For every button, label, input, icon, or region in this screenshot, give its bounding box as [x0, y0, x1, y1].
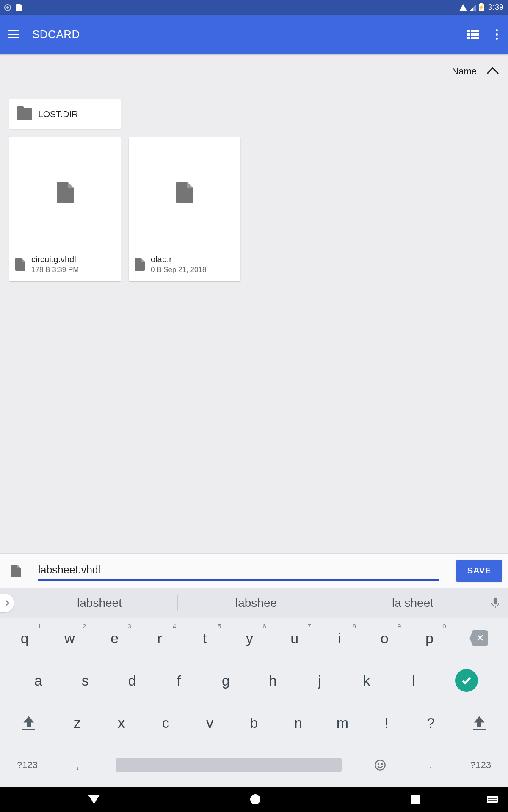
suggestion[interactable]: labshee — [178, 588, 334, 618]
file-item[interactable]: olap.r 0 B Sep 21, 2018 — [129, 137, 240, 281]
enter-key[interactable] — [437, 663, 493, 698]
keyboard-switch-icon[interactable] — [487, 796, 498, 803]
app-notification-icon — [4, 4, 11, 11]
cell-signal-icon — [469, 4, 476, 11]
key-y[interactable]: y6 — [227, 621, 272, 656]
key-p[interactable]: p0 — [407, 621, 452, 656]
file-name: olap.r — [151, 255, 206, 264]
suggestion[interactable]: la sheet — [334, 588, 491, 618]
file-icon — [11, 565, 21, 577]
shift-key[interactable] — [2, 705, 55, 740]
file-icon — [57, 182, 74, 203]
navigation-bar — [0, 787, 508, 812]
key-o[interactable]: o9 — [362, 621, 407, 656]
symbols-key[interactable]: ?123 — [2, 748, 52, 782]
key-t[interactable]: t5 — [182, 621, 227, 656]
key-l[interactable]: l — [390, 663, 437, 698]
key-b[interactable]: b — [232, 705, 276, 740]
shift-key[interactable] — [453, 705, 506, 740]
sdcard-icon — [16, 4, 22, 11]
key-u[interactable]: u7 — [272, 621, 317, 656]
file-name: circuitg.vhdl — [31, 255, 79, 264]
key-q[interactable]: q1 — [2, 621, 47, 656]
folder-icon — [17, 108, 32, 120]
key-n[interactable]: n — [276, 705, 320, 740]
key-v[interactable]: v — [188, 705, 232, 740]
key-z[interactable]: z — [55, 705, 99, 740]
status-bar: ⚡ 3:39 — [0, 0, 508, 15]
key-m[interactable]: m — [320, 705, 364, 740]
file-meta: 0 B Sep 21, 2018 — [151, 266, 206, 274]
key-x[interactable]: x — [99, 705, 144, 740]
battery-charging-icon: ⚡ — [479, 4, 484, 11]
svg-point-0 — [375, 760, 385, 770]
file-grid: LOST.DIR circuitg.vhdl 178 B 3:39 PM — [0, 89, 508, 553]
key-k[interactable]: k — [343, 663, 390, 698]
symbols-key[interactable]: ?123 — [456, 748, 506, 782]
overflow-menu-icon[interactable] — [493, 29, 500, 40]
view-list-icon[interactable] — [467, 30, 479, 39]
recent-button[interactable] — [411, 795, 420, 804]
key-h[interactable]: h — [249, 663, 296, 698]
key-w[interactable]: w2 — [47, 621, 92, 656]
sort-ascending-icon[interactable] — [487, 67, 499, 79]
file-icon — [135, 258, 145, 271]
backspace-key[interactable]: ✕ — [452, 621, 506, 656]
save-button[interactable]: SAVE — [456, 560, 502, 582]
svg-point-2 — [381, 764, 382, 765]
key-j[interactable]: j — [296, 663, 343, 698]
status-clock: 3:39 — [488, 3, 504, 12]
home-button[interactable] — [250, 794, 260, 804]
back-button[interactable] — [88, 795, 100, 804]
sort-bar: Name — [0, 54, 508, 89]
filename-bar: SAVE — [0, 553, 508, 588]
app-bar: SDCARD — [0, 15, 508, 54]
key-i[interactable]: i8 — [317, 621, 362, 656]
comma-key[interactable]: , — [52, 748, 103, 782]
emoji-key[interactable] — [355, 748, 405, 782]
key-f[interactable]: f — [155, 663, 202, 698]
page-title: SDCARD — [32, 28, 80, 41]
filename-input[interactable] — [38, 561, 439, 581]
voice-input-icon[interactable] — [491, 597, 508, 609]
keyboard: q1w2e3r4t5y6u7i8o9p0✕ asdfghjkl zxcvbnm!… — [0, 618, 508, 787]
folder-name: LOST.DIR — [38, 109, 78, 119]
sort-field-button[interactable]: Name — [452, 66, 477, 77]
key-?[interactable]: ? — [409, 705, 453, 740]
wifi-icon — [459, 4, 467, 11]
file-meta: 178 B 3:39 PM — [31, 266, 79, 274]
space-key[interactable] — [103, 748, 355, 782]
key-e[interactable]: e3 — [92, 621, 137, 656]
period-key[interactable]: . — [405, 748, 456, 782]
svg-point-1 — [378, 764, 378, 765]
file-icon — [15, 258, 25, 271]
suggestion[interactable]: labsheet — [21, 588, 178, 618]
key-r[interactable]: r4 — [137, 621, 182, 656]
key-![interactable]: ! — [364, 705, 409, 740]
key-g[interactable]: g — [202, 663, 249, 698]
key-s[interactable]: s — [62, 663, 109, 698]
key-c[interactable]: c — [144, 705, 188, 740]
key-d[interactable]: d — [109, 663, 156, 698]
folder-item[interactable]: LOST.DIR — [9, 99, 121, 129]
file-icon — [176, 182, 193, 203]
key-a[interactable]: a — [15, 663, 62, 698]
suggestion-bar: labsheet labshee la sheet — [0, 588, 508, 618]
file-item[interactable]: circuitg.vhdl 178 B 3:39 PM — [9, 137, 121, 281]
menu-icon[interactable] — [8, 30, 19, 38]
